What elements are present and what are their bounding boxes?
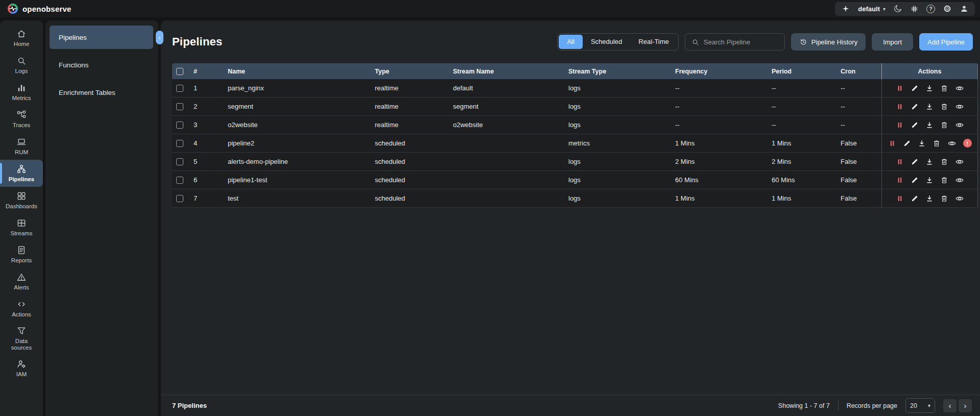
previous-page-button[interactable]: ‹ [943, 399, 957, 412]
cell-type: realtime [370, 116, 448, 134]
collapse-sidebar-button[interactable]: ‹ [156, 31, 163, 44]
download-icon[interactable] [925, 121, 934, 129]
pipelines-table-body: 1 parse_nginx realtime default logs -- -… [172, 79, 978, 208]
column-header-period: Period [767, 63, 835, 79]
row-checkbox[interactable] [176, 177, 183, 184]
edit-icon[interactable] [911, 176, 919, 184]
download-icon[interactable] [925, 194, 934, 203]
cell-stream-type: logs [563, 189, 670, 208]
view-icon[interactable] [955, 176, 964, 185]
sidebar-item-dashboards[interactable]: Dashboards [0, 187, 43, 214]
tab-scheduled[interactable]: Scheduled [583, 35, 630, 49]
view-icon[interactable] [955, 157, 964, 166]
cell-number: 5 [188, 153, 223, 171]
cell-name: alerts-demo-pipeline [223, 153, 370, 171]
sidebar-item-reports[interactable]: Reports [0, 241, 43, 268]
pipeline-history-button[interactable]: Pipeline History [791, 33, 866, 51]
account-icon[interactable] [960, 4, 969, 13]
row-checkbox[interactable] [176, 103, 183, 110]
delete-icon[interactable] [940, 103, 948, 111]
topbar: openobserve default ▾ ? [0, 0, 980, 17]
sidebar-item-pipelines[interactable]: Pipelines [0, 160, 43, 187]
delete-icon[interactable] [940, 84, 948, 92]
pause-icon[interactable] [888, 139, 896, 148]
sidebar-item-traces[interactable]: Traces [0, 106, 43, 133]
records-per-page-select[interactable]: 20 ▾ [905, 398, 935, 413]
cell-cron: -- [835, 97, 881, 116]
slack-icon[interactable] [910, 5, 919, 13]
row-checkbox[interactable] [176, 121, 183, 129]
view-icon[interactable] [955, 102, 964, 111]
download-icon[interactable] [925, 176, 934, 184]
delete-icon[interactable] [940, 176, 948, 184]
cell-period: -- [767, 97, 835, 116]
edit-icon[interactable] [911, 158, 919, 166]
add-pipeline-button[interactable]: Add Pipeline [919, 33, 973, 51]
pause-icon[interactable] [896, 194, 904, 203]
edit-icon[interactable] [911, 84, 919, 92]
column-header-actions: Actions [881, 63, 978, 79]
cell-type: realtime [370, 97, 448, 116]
column-header-name: Name [223, 63, 370, 79]
edit-icon[interactable] [903, 139, 911, 148]
subnav-item-pipelines[interactable]: Pipelines [50, 26, 153, 49]
row-checkbox[interactable] [176, 140, 183, 147]
search-pipeline-input[interactable] [704, 38, 778, 46]
sidebar-item-metrics[interactable]: Metrics [0, 79, 43, 106]
row-checkbox[interactable] [176, 85, 183, 92]
subnav-item-functions[interactable]: Functions [50, 53, 153, 77]
delete-icon[interactable] [940, 121, 948, 129]
pause-icon[interactable] [896, 84, 904, 92]
download-icon[interactable] [925, 84, 934, 92]
row-checkbox[interactable] [176, 158, 183, 165]
select-all-checkbox[interactable] [176, 68, 183, 75]
view-icon[interactable] [955, 120, 964, 130]
edit-icon[interactable] [911, 121, 919, 129]
download-icon[interactable] [925, 103, 934, 111]
edit-icon[interactable] [911, 194, 919, 203]
sidebar-item-rum[interactable]: RUM [0, 133, 43, 160]
chevron-down-icon: ▾ [928, 403, 930, 408]
sidebar-item-iam[interactable]: IAM [0, 355, 43, 382]
help-icon[interactable]: ? [926, 5, 935, 13]
view-icon[interactable] [955, 194, 964, 203]
pause-icon[interactable] [896, 121, 904, 129]
next-page-button[interactable]: › [959, 399, 972, 412]
home-icon [16, 29, 27, 39]
sparkle-icon[interactable] [841, 4, 850, 13]
delete-icon[interactable] [940, 158, 948, 166]
sidebar-item-alerts[interactable]: Alerts [0, 268, 43, 295]
download-icon[interactable] [918, 139, 926, 148]
sidebar-item-actions[interactable]: Actions [0, 295, 43, 322]
delete-icon[interactable] [940, 194, 948, 203]
view-icon[interactable] [947, 139, 957, 148]
row-checkbox[interactable] [176, 195, 183, 202]
cell-type: scheduled [370, 171, 448, 189]
pause-icon[interactable] [896, 103, 904, 111]
settings-icon[interactable] [943, 4, 952, 13]
cell-period: -- [767, 116, 835, 134]
error-icon[interactable]: ! [963, 139, 972, 148]
pause-icon[interactable] [896, 176, 904, 184]
subnav-item-enrichment-tables[interactable]: Enrichment Tables [50, 81, 153, 104]
cell-stream-name: default [448, 79, 563, 97]
import-button[interactable]: Import [872, 33, 913, 51]
sidebar-item-home[interactable]: Home [0, 25, 43, 52]
tab-real-time[interactable]: Real-Time [630, 35, 677, 49]
dark-mode-icon[interactable] [893, 4, 902, 13]
sidebar-item-logs[interactable]: Logs [0, 52, 43, 79]
traces-icon [16, 110, 27, 120]
sidebar-item-data-sources[interactable]: Data sources [0, 322, 43, 355]
tab-all[interactable]: All [559, 35, 582, 49]
cell-stream-name [448, 171, 563, 189]
sidebar-item-streams[interactable]: Streams [0, 214, 43, 241]
delete-icon[interactable] [933, 139, 941, 148]
cell-cron: -- [835, 79, 881, 97]
pause-icon[interactable] [896, 158, 904, 166]
cell-stream-name [448, 189, 563, 208]
view-icon[interactable] [955, 84, 964, 93]
download-icon[interactable] [925, 158, 934, 166]
edit-icon[interactable] [911, 103, 919, 111]
cell-name: parse_nginx [223, 79, 370, 97]
org-selector[interactable]: default ▾ [858, 5, 886, 13]
